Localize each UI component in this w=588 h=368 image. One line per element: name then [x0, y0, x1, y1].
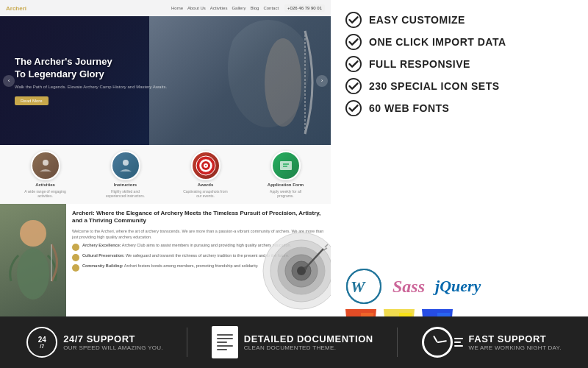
svg-point-24 — [346, 35, 361, 49]
content-text-area: Archeri: Where the Elegance of Archery M… — [66, 204, 331, 322]
activity-desc-4: Apply weekly for all programs. — [262, 189, 309, 198]
check-icon-3 — [345, 56, 362, 72]
content-text-2: Cultural Preservation: We safeguard and … — [82, 253, 289, 259]
activity-label-1: Activities — [35, 183, 55, 187]
support-247-title: 24/7 SUPPORT — [63, 333, 163, 344]
hero-subtitle: Walk the Path of Legends. Elevate Archer… — [15, 84, 167, 90]
activity-img-4 — [271, 151, 301, 180]
activity-item: Awards Captivating snapshots from our ev… — [182, 151, 229, 198]
tech-row-1: W Sass jQuery — [345, 268, 573, 305]
content-title: Archeri: Where the Elegance of Archery M… — [72, 210, 325, 225]
support-247-subtitle: OUR SPEED WILL AMAZING YOU. — [63, 344, 163, 351]
activity-item: Application Form Apply weekly for all pr… — [262, 151, 309, 198]
svg-point-27 — [346, 101, 361, 116]
documentation-title: DETAILED DOCUMENTION — [244, 333, 373, 344]
activity-img-3 — [191, 151, 220, 180]
check-icon-2 — [345, 34, 362, 50]
feature-item-one-click: ONE CLICK IMPORT DATA — [345, 34, 573, 50]
feature-item-web-fonts: 60 WEB FONTS — [345, 100, 573, 116]
mock-content-section: Archeri: Where the Elegance of Archery M… — [0, 204, 331, 322]
clock-icon — [422, 327, 453, 358]
activity-img-1 — [31, 151, 60, 180]
hero-next-arrow[interactable]: › — [316, 75, 328, 87]
svg-text:W: W — [351, 277, 366, 296]
svg-point-12 — [20, 220, 46, 247]
hero-prev-arrow[interactable]: ‹ — [3, 75, 15, 87]
hero-image — [149, 16, 331, 145]
svg-point-26 — [346, 79, 361, 93]
feature-label-easy-customize: EASY CUSTOMIZE — [369, 14, 465, 26]
svg-point-8 — [205, 165, 207, 166]
activity-desc-1: A wide range of engaging activities. — [21, 189, 69, 198]
target-decoration — [261, 230, 331, 314]
content-icon-3 — [72, 264, 79, 272]
feature-item-easy-customize: EASY CUSTOMIZE — [345, 12, 573, 28]
svg-point-2 — [43, 160, 49, 166]
svg-point-1 — [265, 38, 301, 127]
feature-247-support: 24 /7 24/7 SUPPORT OUR SPEED WILL AMAZIN… — [26, 327, 163, 358]
svg-point-23 — [346, 13, 361, 27]
activity-label-2: Instructors — [114, 183, 137, 187]
content-photo — [0, 204, 66, 322]
mock-activities-section: Activities A wide range of engaging acti… — [0, 145, 331, 204]
feature-documentation: DETAILED DOCUMENTION CLEAN DOCUMENTED TH… — [212, 326, 373, 358]
support-247-icon: 24 /7 — [26, 327, 57, 358]
fast-support-title: FAST SUPPORT — [469, 333, 562, 344]
features-panel: EASY CUSTOMIZE ONE CLICK IMPORT DATA FUL… — [331, 0, 588, 368]
content-text-3: Community Building: Archeri fosters bond… — [82, 263, 259, 269]
hero-button[interactable]: Read More — [15, 96, 49, 105]
feature-item-special-icons: 230 SPECIAL ICON SETS — [345, 78, 573, 94]
sass-logo: Sass — [392, 277, 425, 297]
documentation-subtitle: CLEAN DOCUMENTED THEME. — [244, 344, 373, 351]
content-icon-2 — [72, 254, 79, 261]
activity-item: Activities A wide range of engaging acti… — [21, 151, 69, 198]
feature-label-full-responsive: FULL RESPONSIVE — [369, 58, 470, 70]
clock-container — [422, 327, 463, 358]
mock-logo: Archeri — [6, 5, 26, 12]
fast-support-subtitle: WE ARE WORKING NIGHT DAY. — [469, 344, 562, 351]
mock-navbar: Archeri Home About Us Activities Gallery… — [0, 0, 331, 16]
minute-hand — [437, 340, 446, 343]
website-preview: Archeri Home About Us Activities Gallery… — [0, 0, 331, 368]
content-icon-1 — [72, 244, 79, 251]
doc-icon — [212, 326, 238, 358]
feature-fast-support: FAST SUPPORT WE ARE WORKING NIGHT DAY. — [422, 327, 562, 358]
site-mockup: Archeri Home About Us Activities Gallery… — [0, 0, 331, 368]
mock-hero: The Archer's JourneyTo Legendary Glory W… — [0, 16, 331, 145]
documentation-text: DETAILED DOCUMENTION CLEAN DOCUMENTED TH… — [244, 333, 373, 351]
bottom-bar: 24 /7 24/7 SUPPORT OUR SPEED WILL AMAZIN… — [0, 316, 588, 368]
mock-nav-links: Home About Us Activities Gallery Blog Co… — [171, 6, 279, 10]
doc-lines — [217, 334, 233, 350]
speed-lines — [454, 338, 463, 347]
check-icon-4 — [345, 78, 362, 94]
archer-photo — [0, 204, 66, 322]
divider-1 — [187, 328, 187, 357]
activity-item: Instructors Highly skilled and experienc… — [101, 151, 149, 198]
support-247-text: 24/7 SUPPORT OUR SPEED WILL AMAZING YOU. — [63, 333, 163, 351]
features-list: EASY CUSTOMIZE ONE CLICK IMPORT DATA FUL… — [345, 12, 573, 116]
jquery-logo: jQuery — [435, 277, 481, 296]
activity-label-3: Awards — [198, 183, 214, 187]
svg-point-13 — [17, 248, 49, 300]
activity-desc-3: Captivating snapshots from our events. — [182, 189, 229, 198]
content-text-1: Archery Excellence: Archery Club aims to… — [82, 243, 291, 249]
check-icon-5 — [345, 100, 362, 116]
mock-phone: +026 46 79 90 01 — [284, 4, 325, 12]
feature-label-one-click: ONE CLICK IMPORT DATA — [369, 36, 506, 48]
divider-2 — [397, 328, 398, 357]
svg-rect-9 — [280, 161, 292, 170]
activity-img-2 — [111, 151, 140, 180]
feature-label-web-fonts: 60 WEB FONTS — [369, 102, 449, 114]
svg-point-3 — [123, 160, 129, 166]
svg-point-25 — [346, 57, 361, 71]
check-icon-1 — [345, 12, 362, 28]
activity-label-4: Application Form — [268, 183, 304, 187]
fast-support-text: FAST SUPPORT WE ARE WORKING NIGHT DAY. — [469, 333, 562, 351]
feature-item-full-responsive: FULL RESPONSIVE — [345, 56, 573, 72]
wordpress-logo: W — [345, 268, 382, 305]
activity-desc-2: Highly skilled and experienced instructo… — [101, 189, 149, 198]
hero-title: The Archer's JourneyTo Legendary Glory — [15, 56, 167, 81]
feature-label-special-icons: 230 SPECIAL ICON SETS — [369, 80, 500, 92]
hero-text: The Archer's JourneyTo Legendary Glory W… — [15, 56, 167, 105]
